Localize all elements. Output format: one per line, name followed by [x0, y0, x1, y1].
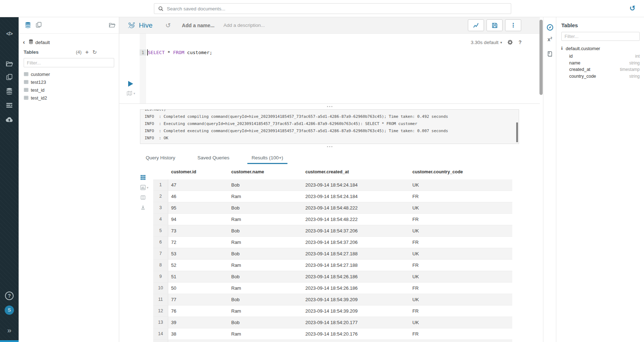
- table-item-customer[interactable]: customer: [19, 70, 119, 78]
- row-number: 1: [153, 179, 168, 191]
- schema-columns: id int name string created_at timestamp …: [569, 53, 640, 80]
- add-table-icon[interactable]: +: [85, 49, 89, 56]
- results-rows: 1 47 Bob 2023-09-14 18:54:24.184 UK 2 46…: [153, 179, 512, 342]
- engine-title[interactable]: Hive: [139, 21, 152, 29]
- documents-folder-icon[interactable]: [0, 60, 19, 69]
- back-chevron-icon[interactable]: ‹: [23, 40, 25, 45]
- schema-column-created_at[interactable]: created_at timestamp: [569, 66, 640, 73]
- log-scrollbar[interactable]: [516, 122, 518, 142]
- table-row[interactable]: 9 51 Bob 2023-09-14 18:54:26.186 UK: [153, 271, 512, 283]
- query-name-field[interactable]: Add a name...: [182, 23, 214, 28]
- chart-button[interactable]: [468, 19, 484, 31]
- active-table[interactable]: i default.customer: [561, 46, 640, 51]
- sql-statement[interactable]: SELECT * FROM customer;: [148, 49, 212, 56]
- folder-assist-icon[interactable]: [108, 21, 116, 30]
- row-number: 10: [153, 283, 168, 294]
- query-history-icon[interactable]: ↺: [165, 21, 171, 29]
- table-row[interactable]: 1 47 Bob 2023-09-14 18:54:24.184 UK: [153, 179, 512, 191]
- log-results-divider: [119, 144, 540, 150]
- table-row[interactable]: 3 95 Bob 2023-09-14 18:54:48.222 UK: [153, 202, 512, 214]
- chevron-down-icon[interactable]: ▾: [500, 40, 502, 44]
- resize-handle[interactable]: [327, 146, 332, 147]
- table-row[interactable]: 4 94 Ram 2023-09-14 18:54:48.222 FR: [153, 214, 512, 225]
- search-placeholder: Search saved documents...: [167, 6, 226, 11]
- table-row[interactable]: 10 50 Ram 2023-09-14 18:54:26.186 FR: [153, 283, 512, 294]
- schema-column-name[interactable]: name string: [569, 60, 640, 67]
- grid-view-icon[interactable]: [140, 175, 153, 180]
- column-header[interactable]: customer.name: [228, 169, 302, 174]
- row-number: 3: [153, 202, 168, 213]
- documents-assist-icon[interactable]: [35, 21, 42, 30]
- table-row[interactable]: 12 76 Ram 2023-09-14 18:54:39.209 FR: [153, 305, 512, 317]
- column-header[interactable]: customer.created_at: [302, 169, 410, 174]
- copy-pages-icon[interactable]: [0, 73, 19, 82]
- sql-assist-icon[interactable]: [24, 21, 32, 30]
- table-row[interactable]: 8 52 Ram 2023-09-14 18:54:27.188 FR: [153, 260, 512, 271]
- global-history-icon[interactable]: ↺: [629, 4, 635, 13]
- table-row[interactable]: 14 38 Ram 2023-09-14 18:54:20.176 FR: [153, 328, 512, 340]
- cell-id: 73: [168, 228, 228, 233]
- table-row[interactable]: 2 46 Ram 2023-09-14 18:54:24.184 FR: [153, 191, 512, 202]
- user-avatar[interactable]: S: [0, 305, 19, 315]
- tab-results-100[interactable]: Results (100+): [247, 155, 287, 164]
- cell-name: Bob: [228, 228, 302, 233]
- execution-time-engine[interactable]: 3.30s default: [471, 40, 498, 45]
- chart-view-icon[interactable]: ▾: [140, 185, 153, 190]
- table-row[interactable]: 5 73 Bob 2023-09-14 18:54:37.206 UK: [153, 225, 512, 237]
- cell-id: 50: [168, 285, 228, 291]
- table-item-test123[interactable]: test123: [19, 78, 119, 86]
- results-table: customer.idcustomer.namecustomer.created…: [153, 164, 512, 342]
- sql-editor[interactable]: 3.30s default ▾ ? ▾ 1 SELECT * FROM cust…: [119, 34, 540, 103]
- tab-query-history[interactable]: Query History: [141, 155, 180, 164]
- settings-gear-icon[interactable]: [507, 39, 513, 45]
- tab-saved-queries[interactable]: Saved Queries: [193, 155, 234, 164]
- tables-filter-input[interactable]: [24, 58, 114, 67]
- table-row-partial[interactable]: [153, 340, 512, 342]
- execution-info-row: 3.30s default ▾ ?: [471, 39, 522, 45]
- assist-compass-icon[interactable]: [543, 24, 556, 33]
- query-description-field[interactable]: Add a description...: [223, 23, 265, 28]
- databases-icon[interactable]: [0, 87, 19, 97]
- row-number: 11: [153, 294, 168, 305]
- importer-cloud-upload-icon[interactable]: [0, 115, 19, 125]
- table-item-test_id[interactable]: test_id: [19, 86, 119, 94]
- help-icon[interactable]: ?: [0, 292, 19, 300]
- schema-column-country_code[interactable]: country_code string: [569, 73, 640, 80]
- hive-bee-icon: [127, 21, 136, 30]
- table-row[interactable]: 7 53 Bob 2023-09-14 18:54:27.188 UK: [153, 248, 512, 260]
- editor-gutter: 1: [140, 34, 146, 103]
- global-search-input[interactable]: Search saved documents...: [154, 3, 511, 14]
- cell-id: 47: [168, 182, 228, 188]
- help-icon[interactable]: ?: [518, 39, 522, 45]
- schema-column-id[interactable]: id int: [569, 53, 640, 60]
- more-actions-button[interactable]: ⋮: [505, 19, 521, 31]
- language-reference-icon[interactable]: [543, 50, 556, 59]
- editor-icon[interactable]: </>: [0, 31, 19, 37]
- column-header[interactable]: customer.id: [168, 169, 228, 174]
- cell-country-code: FR: [410, 262, 512, 268]
- expand-nav-icon[interactable]: »: [0, 326, 19, 334]
- row-number: 2: [153, 191, 168, 202]
- table-row[interactable]: 11 77 Bob 2023-09-14 18:54:39.209 UK: [153, 294, 512, 305]
- refresh-icon[interactable]: ↻: [92, 49, 97, 56]
- cell-created-at: 2023-09-14 18:54:27.188: [302, 262, 410, 268]
- info-icon[interactable]: i: [561, 46, 562, 51]
- log-line: INFO : Completed executing command(query…: [145, 127, 514, 135]
- run-query-button[interactable]: [128, 81, 133, 87]
- save-button[interactable]: [486, 19, 503, 31]
- schema-filter-input[interactable]: [561, 32, 640, 41]
- query-map-icon[interactable]: ▾: [126, 90, 135, 96]
- query-log-panel[interactable]: ies.null)INFO : Completed compiling comm…: [140, 109, 519, 144]
- jobs-icon[interactable]: [0, 101, 19, 111]
- resize-handle[interactable]: [327, 106, 332, 107]
- table-item-test_id2[interactable]: test_id2: [19, 94, 119, 102]
- download-icon[interactable]: [140, 205, 153, 210]
- main-scrollbar[interactable]: [539, 20, 543, 95]
- column-header[interactable]: customer.country_code: [410, 169, 512, 174]
- database-name[interactable]: default: [35, 40, 50, 45]
- columns-view-icon[interactable]: [140, 195, 153, 200]
- table-row[interactable]: 6 72 Ram 2023-09-14 18:54:37.206 FR: [153, 237, 512, 248]
- functions-icon[interactable]: x2: [543, 36, 556, 42]
- table-row[interactable]: 13 39 Bob 2023-09-14 18:54:20.177 UK: [153, 317, 512, 328]
- active-table-name[interactable]: default.customer: [566, 46, 600, 51]
